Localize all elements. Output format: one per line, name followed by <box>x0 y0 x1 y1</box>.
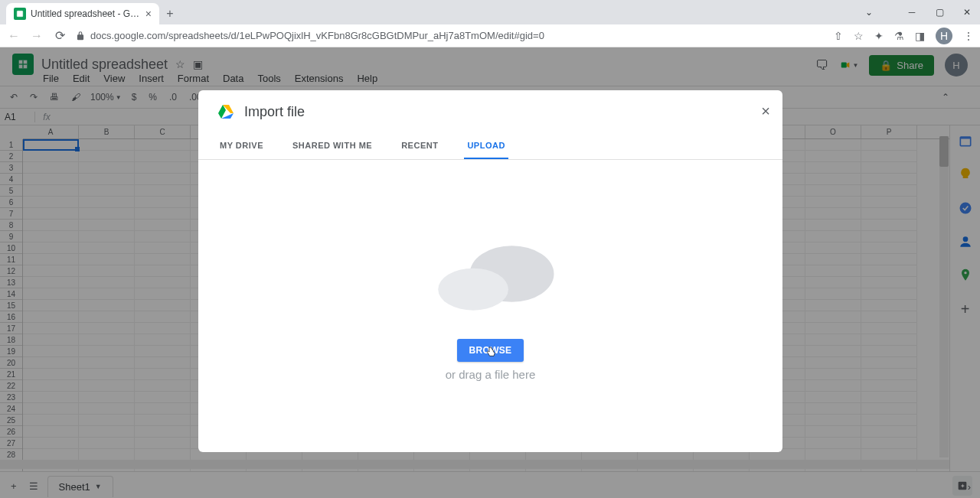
share-url-icon[interactable]: ⇧ <box>834 30 843 42</box>
forward-button[interactable]: → <box>29 28 44 44</box>
window-controls: ⌄ ─ ▢ ✕ <box>856 0 980 24</box>
browser-tab-strip: Untitled spreadsheet - Google S × + ⌄ ─ … <box>0 0 980 24</box>
minimize-button[interactable]: ─ <box>899 0 925 24</box>
browser-tab-title: Untitled spreadsheet - Google S <box>31 8 141 19</box>
modal-tab-upload[interactable]: UPLOAD <box>464 133 508 159</box>
labs-icon[interactable]: ⚗ <box>894 30 904 42</box>
maximize-button[interactable]: ▢ <box>926 0 952 24</box>
browse-button[interactable]: BROWSE <box>457 339 524 362</box>
modal-tabs: MY DRIVESHARED WITH MERECENTUPLOAD <box>198 133 782 160</box>
extensions-icon[interactable]: ✦ <box>874 30 884 42</box>
cloud-icon <box>418 232 564 316</box>
import-file-dialog: Import file × MY DRIVESHARED WITH MERECE… <box>198 90 782 452</box>
modal-close-icon[interactable]: × <box>761 103 770 120</box>
drag-hint-text: or drag a file here <box>446 368 536 381</box>
bookmark-icon[interactable]: ☆ <box>854 30 864 42</box>
modal-tab-recent[interactable]: RECENT <box>398 133 441 159</box>
close-window-button[interactable]: ✕ <box>954 0 980 24</box>
lock-icon <box>75 31 86 41</box>
modal-title: Import file <box>244 104 305 120</box>
svg-rect-0 <box>17 11 23 17</box>
tab-close-icon[interactable]: × <box>145 8 152 20</box>
back-button[interactable]: ← <box>6 28 21 44</box>
side-panel-icon[interactable]: ◨ <box>915 30 925 42</box>
modal-tab-shared-with-me[interactable]: SHARED WITH ME <box>289 133 375 159</box>
chrome-menu-icon[interactable]: ⋮ <box>963 30 974 42</box>
url-text: docs.google.com/spreadsheets/d/1eLPwPOQj… <box>90 30 544 41</box>
browser-tab[interactable]: Untitled spreadsheet - Google S × <box>6 3 159 24</box>
svg-point-18 <box>438 268 508 310</box>
drive-logo-icon <box>217 103 235 121</box>
new-tab-button[interactable]: + <box>159 3 181 24</box>
reload-button[interactable]: ⟳ <box>52 28 67 44</box>
url-field[interactable]: docs.google.com/spreadsheets/d/1eLPwPOQj… <box>75 30 826 41</box>
tab-search-icon[interactable]: ⌄ <box>856 0 882 24</box>
sheets-favicon <box>14 8 26 20</box>
modal-tab-my-drive[interactable]: MY DRIVE <box>217 133 266 159</box>
address-bar: ← → ⟳ docs.google.com/spreadsheets/d/1eL… <box>0 24 980 47</box>
upload-dropzone[interactable]: BROWSE or drag a file here <box>198 160 782 452</box>
profile-avatar[interactable]: H <box>936 28 952 44</box>
